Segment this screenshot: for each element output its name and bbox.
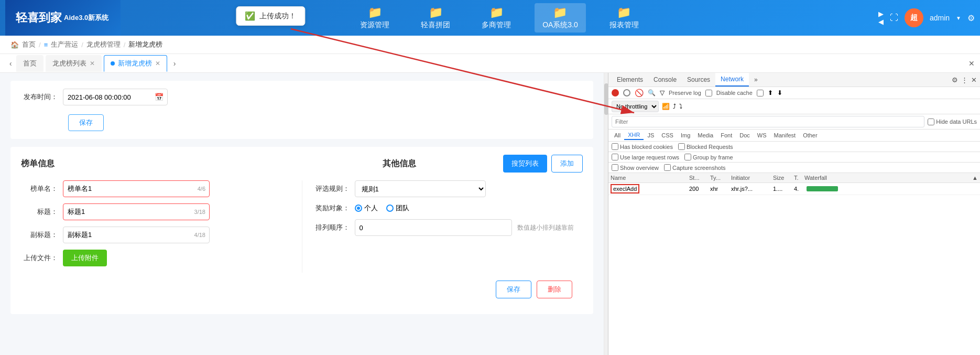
radio-person[interactable]: 个人 <box>355 203 378 213</box>
vertical-dots-icon[interactable]: ⋮ <box>961 76 968 84</box>
sort-input[interactable] <box>355 219 512 236</box>
dt-tab-elements[interactable]: Elements <box>612 73 648 86</box>
breadcrumb-dragon[interactable]: 龙虎榜管理 <box>86 40 121 49</box>
options-row-2: Use large request rows Group by frame <box>608 152 980 163</box>
type-ws-btn[interactable]: WS <box>754 131 770 139</box>
publish-time-input[interactable] <box>63 89 168 105</box>
record-button[interactable] <box>612 89 619 96</box>
subtitle-input-wrapper: 4/18 <box>63 227 210 243</box>
nav-label-resource: 资源管理 <box>360 20 389 30</box>
settings-dt-icon[interactable]: ⚙ <box>952 76 958 84</box>
dt-tab-console[interactable]: Console <box>648 73 682 86</box>
search-list-button[interactable]: 搜贸列表 <box>503 155 547 173</box>
breadcrumb-current: 新增龙虎榜 <box>128 40 162 49</box>
large-rows-checkbox[interactable] <box>612 154 618 160</box>
clear-button[interactable]: 🚫 <box>635 89 644 97</box>
tab-active-dot <box>111 61 115 66</box>
nav-item-pinjian[interactable]: 📁 轻喜拼团 <box>413 3 458 33</box>
preserve-log-checkbox[interactable] <box>705 90 712 96</box>
download-icon-dt[interactable]: ⬇ <box>777 89 782 96</box>
nav-item-oa[interactable]: 📁 OA系统3.0 <box>535 3 586 33</box>
export-icon[interactable]: ⤵ <box>679 103 682 110</box>
type-filter-row: All XHR JS CSS Img Media Font Doc WS Man… <box>608 130 980 142</box>
blocked-requests-checkbox[interactable] <box>678 143 685 150</box>
stop-button[interactable] <box>623 89 630 96</box>
type-img-btn[interactable]: Img <box>677 131 694 139</box>
wifi-icon[interactable]: 📶 <box>662 103 670 110</box>
breadcrumb-home[interactable]: 首页 <box>22 40 36 49</box>
import-icon[interactable]: ⤴ <box>673 103 676 110</box>
fullscreen-icon[interactable]: ⛶ <box>890 13 898 23</box>
tab-new-dragon[interactable]: 新增龙虎榜 ✕ <box>104 55 167 72</box>
publish-time-row: 发布时间： 📅 <box>21 89 583 105</box>
tab-dragon-list-label: 龙虎榜列表 <box>52 59 86 68</box>
award-row: 奖励对象： 个人 团队 <box>313 203 583 213</box>
user-name[interactable]: admin <box>930 14 950 22</box>
dt-tab-network[interactable]: Network <box>715 73 749 87</box>
type-manifest-btn[interactable]: Manifest <box>770 131 800 139</box>
title-input[interactable] <box>63 203 210 220</box>
type-font-btn[interactable]: Font <box>717 131 736 139</box>
type-css-btn[interactable]: CSS <box>658 131 677 139</box>
form-scrollbar[interactable] <box>604 73 608 355</box>
tabs-close-all-btn[interactable]: ✕ <box>968 59 975 68</box>
bang-name-input[interactable] <box>63 180 210 197</box>
throttle-select[interactable]: No throttling <box>612 101 659 112</box>
delete-button[interactable]: 删除 <box>537 281 572 298</box>
tab-new-dragon-close[interactable]: ✕ <box>155 60 160 67</box>
capture-screenshots-checkbox[interactable] <box>664 164 671 171</box>
dt-tab-sources[interactable]: Sources <box>682 73 715 86</box>
blocked-cookies-checkbox[interactable] <box>612 143 618 150</box>
folder-icon-oa: 📁 <box>553 6 567 19</box>
upload-icon-dt[interactable]: ⬆ <box>768 89 773 96</box>
search-icon-devtools[interactable]: 🔍 <box>648 89 656 96</box>
award-label: 奖励对象： <box>313 203 355 213</box>
tab-next-btn[interactable]: › <box>169 59 180 68</box>
nav-item-multimanage[interactable]: 📁 多商管理 <box>474 3 519 33</box>
type-xhr-btn[interactable]: XHR <box>624 131 644 140</box>
save-bottom-button[interactable]: 保存 <box>496 281 531 298</box>
header-name: Name <box>611 175 689 181</box>
settings-icon[interactable]: ⚙ <box>967 13 975 23</box>
breadcrumb-production[interactable]: 生产营运 <box>51 40 78 49</box>
dt-tab-more[interactable]: » <box>749 73 763 86</box>
group-by-frame-checkbox[interactable] <box>684 154 691 160</box>
disable-cache-checkbox[interactable] <box>757 90 764 96</box>
tab-prev-btn[interactable]: ‹ <box>5 59 16 68</box>
type-other-btn[interactable]: Other <box>799 131 821 139</box>
filter-row: Hide data URLs <box>608 114 980 130</box>
tab-home[interactable]: 首页 <box>16 55 43 72</box>
show-overview-checkbox[interactable] <box>612 164 618 171</box>
filter-input[interactable] <box>612 116 924 127</box>
subtitle-counter: 4/18 <box>194 232 205 238</box>
upload-success-popup: ✅ 上传成功！ <box>236 6 305 26</box>
bang-name-row: 榜单名： 4/6 <box>21 180 291 197</box>
type-all-btn[interactable]: All <box>611 131 624 139</box>
capture-screenshots-label: Capture screenshots <box>664 164 726 171</box>
tab-dragon-list-close[interactable]: ✕ <box>90 60 95 67</box>
options-row-1: Has blocked cookies Blocked Requests <box>608 142 980 152</box>
tabs-bar: ‹ 首页 龙虎榜列表 ✕ 新增龙虎榜 ✕ › ✕ <box>0 54 980 73</box>
save-top-button[interactable]: 保存 <box>68 114 104 131</box>
show-overview-label: Show overview <box>612 164 659 171</box>
upload-file-button[interactable]: 上传附件 <box>63 250 107 266</box>
network-row-execladd[interactable]: execlAdd 200 xhr xhr.js?... 1.... 4. <box>608 183 980 195</box>
rule-select[interactable]: 规则1 <box>355 180 486 197</box>
hide-data-urls-checkbox[interactable] <box>928 119 934 125</box>
type-doc-btn[interactable]: Doc <box>736 131 754 139</box>
rule-select-wrapper: 规则1 <box>355 180 486 197</box>
award-radio-group: 个人 团队 <box>355 203 409 213</box>
radio-team[interactable]: 团队 <box>386 203 409 213</box>
subtitle-input[interactable] <box>63 227 210 243</box>
nav-item-report[interactable]: 📁 报表管理 <box>602 3 647 33</box>
add-button[interactable]: 添加 <box>551 155 583 173</box>
type-js-btn[interactable]: JS <box>644 131 658 139</box>
filter-funnel-icon[interactable]: ▽ <box>660 89 665 96</box>
row-waterfall-execladd <box>804 186 978 191</box>
nav-arrows[interactable]: ▶ ◀ <box>878 10 884 26</box>
type-media-btn[interactable]: Media <box>694 131 717 139</box>
header-time: T. <box>794 175 804 181</box>
nav-item-resource[interactable]: 📁 资源管理 <box>352 3 397 33</box>
close-dt-icon[interactable]: ✕ <box>971 76 977 84</box>
tab-dragon-list[interactable]: 龙虎榜列表 ✕ <box>46 55 102 72</box>
